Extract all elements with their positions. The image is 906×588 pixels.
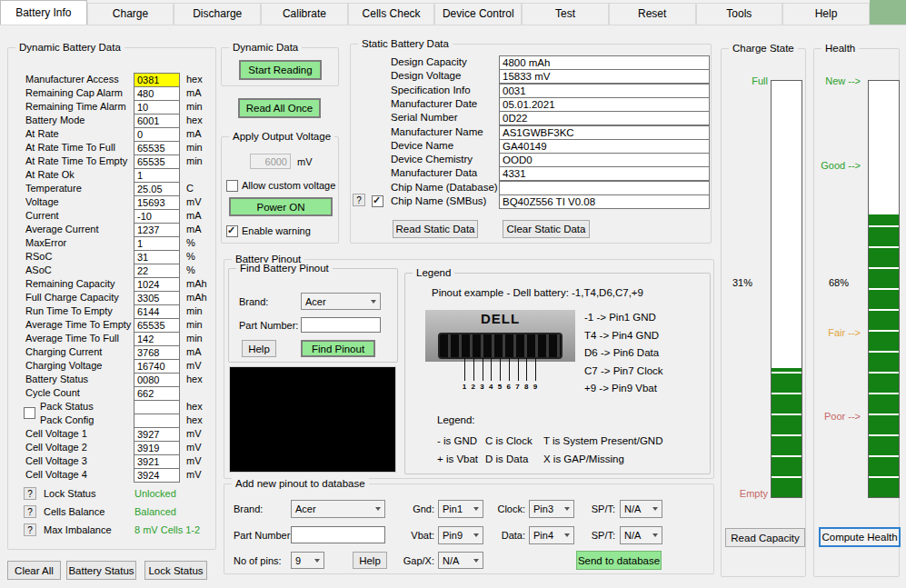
field-value-input[interactable] bbox=[134, 400, 180, 414]
lock-status-button[interactable]: Lock Status bbox=[144, 561, 207, 580]
read-capacity-button[interactable]: Read Capacity bbox=[725, 528, 805, 547]
field-value-input[interactable]: 6001 bbox=[134, 114, 180, 128]
field-value-input[interactable]: 16740 bbox=[134, 359, 180, 374]
field-value-input[interactable]: GA40149 bbox=[499, 139, 710, 154]
status-row: ?Lock StatusUnlocked bbox=[24, 487, 205, 505]
field-value-input[interactable]: 3919 bbox=[134, 441, 180, 455]
compute-health-button[interactable]: Compute Health bbox=[819, 527, 901, 547]
field-value-input[interactable]: 3768 bbox=[134, 345, 180, 360]
tab-test[interactable]: Test bbox=[522, 3, 609, 25]
tab-tools[interactable]: Tools bbox=[696, 3, 783, 25]
clear-static-data-button[interactable]: Clear Static Data bbox=[503, 220, 590, 238]
help-button[interactable]: ? bbox=[24, 487, 36, 500]
output-voltage-input[interactable]: 6000 bbox=[250, 154, 291, 169]
field-value-input[interactable]: 662 bbox=[134, 386, 180, 401]
health-fair-label: Fair --> bbox=[814, 327, 861, 338]
tab-help[interactable]: Help bbox=[782, 3, 870, 25]
send-to-database-button[interactable]: Send to database bbox=[576, 551, 662, 570]
field-value-input[interactable]: 22 bbox=[134, 264, 180, 278]
start-reading-button[interactable]: Start Reading bbox=[239, 60, 322, 80]
field-value-input[interactable] bbox=[499, 181, 710, 195]
chip-name-help-button[interactable]: ? bbox=[353, 194, 365, 206]
field-value-input[interactable]: 3305 bbox=[134, 291, 180, 305]
power-on-button[interactable]: Power ON bbox=[229, 197, 333, 216]
read-all-once-button[interactable]: Read All Once bbox=[238, 98, 321, 118]
field-value-input[interactable]: 3921 bbox=[134, 454, 180, 469]
add-brand-select[interactable]: Acer bbox=[291, 500, 385, 518]
field-value-input[interactable]: 0 bbox=[134, 127, 180, 142]
pin-line bbox=[473, 358, 474, 381]
field-label: Battery Status bbox=[25, 374, 88, 384]
tab-discharge[interactable]: Discharge bbox=[174, 3, 261, 25]
field-value-input[interactable]: 0031 bbox=[499, 84, 710, 98]
field-value-input[interactable]: 65535 bbox=[134, 141, 180, 155]
add-part-number-input[interactable] bbox=[291, 526, 385, 543]
field-label: Remaining Time Alarm bbox=[25, 101, 126, 112]
tab-reset[interactable]: Reset bbox=[609, 3, 696, 25]
help-button[interactable]: ? bbox=[24, 523, 36, 536]
brand-select[interactable]: Acer bbox=[301, 293, 381, 310]
status-label: Lock Status bbox=[44, 488, 95, 499]
field-label: Chip Name (Database) bbox=[391, 181, 498, 194]
chip-name-smbus-checkbox[interactable] bbox=[372, 195, 383, 207]
read-static-data-button[interactable]: Read Static Data bbox=[393, 220, 478, 238]
field-value-input[interactable]: -10 bbox=[134, 209, 180, 224]
field-value-input[interactable]: 6144 bbox=[134, 304, 180, 319]
tab-device-control[interactable]: Device Control bbox=[434, 3, 522, 25]
field-value-input[interactable]: 0381 bbox=[134, 73, 180, 87]
field-value-input[interactable]: 4800 mAh bbox=[499, 55, 710, 70]
battery-status-button[interactable]: Battery Status bbox=[66, 561, 136, 580]
field-value-input[interactable]: 1 bbox=[134, 236, 180, 251]
no-of-pins-select[interactable]: 9 bbox=[291, 552, 324, 569]
dynamic-data-title: Dynamic Data bbox=[229, 42, 302, 53]
field-value-input[interactable]: 31 bbox=[134, 250, 180, 264]
charge-full-label: Full bbox=[722, 75, 768, 86]
spt1-select[interactable]: N/A bbox=[620, 500, 662, 518]
field-value-input[interactable]: 3924 bbox=[134, 468, 180, 483]
field-value-input[interactable]: 15693 bbox=[134, 195, 180, 210]
tab-charge[interactable]: Charge bbox=[87, 3, 174, 25]
allow-custom-voltage-checkbox[interactable] bbox=[226, 180, 238, 192]
field-unit: mV bbox=[186, 455, 202, 466]
field-value-input[interactable]: 3927 bbox=[134, 427, 180, 442]
field-value-input[interactable]: 1 bbox=[134, 168, 180, 183]
gap-select[interactable]: N/A bbox=[438, 552, 483, 569]
field-value-input[interactable]: 10 bbox=[134, 100, 180, 115]
field-label: Device Name bbox=[391, 139, 453, 153]
field-value-input[interactable]: OOD0 bbox=[499, 153, 710, 167]
field-value-input[interactable]: 480 bbox=[134, 86, 180, 101]
dynamic-data-group: Dynamic Data Start Reading bbox=[221, 47, 339, 86]
health-group: Health New --> Good --> Fair --> Poor --… bbox=[813, 48, 900, 577]
field-value-input[interactable] bbox=[134, 414, 180, 428]
field-value-input[interactable]: 142 bbox=[134, 332, 180, 346]
pin-line bbox=[509, 358, 510, 381]
tab-cells-check[interactable]: Cells Check bbox=[348, 3, 435, 25]
field-value-input[interactable]: 0080 bbox=[134, 373, 180, 387]
tab-calibrate[interactable]: Calibrate bbox=[261, 3, 348, 25]
find-help-button[interactable]: Help bbox=[242, 340, 276, 357]
field-value-input[interactable]: 0D22 bbox=[499, 111, 710, 125]
field-unit: C bbox=[186, 183, 194, 194]
help-button[interactable]: ? bbox=[24, 505, 36, 518]
dynamic-row: At Rate Ok1 bbox=[25, 168, 212, 182]
field-value-input[interactable]: 65535 bbox=[134, 318, 180, 333]
field-value-input[interactable]: 1237 bbox=[134, 223, 180, 237]
enable-warning-checkbox[interactable] bbox=[226, 225, 238, 237]
part-number-input[interactable] bbox=[301, 317, 381, 333]
find-pinout-button[interactable]: Find Pinout bbox=[301, 340, 375, 357]
field-value-input[interactable]: 4331 bbox=[499, 166, 710, 181]
field-label: Serial Number bbox=[391, 111, 458, 125]
pin-mapping: T4 -> Pin4 GND bbox=[584, 330, 663, 348]
tab-battery-info[interactable]: Battery Info bbox=[0, 0, 87, 25]
field-value-input[interactable]: BQ40Z556 TI V0.08 bbox=[499, 194, 710, 209]
field-value-input[interactable]: 05.01.2021 bbox=[499, 97, 710, 112]
clear-all-button[interactable]: Clear All bbox=[7, 561, 61, 580]
pack-status-checkbox[interactable] bbox=[24, 407, 35, 419]
spt2-select[interactable]: N/A bbox=[620, 526, 662, 544]
field-value-input[interactable]: 1024 bbox=[134, 277, 180, 292]
clock-label: Clock: bbox=[473, 503, 525, 514]
field-value-input[interactable]: 25.05 bbox=[134, 182, 180, 196]
field-value-input[interactable]: 15833 mV bbox=[499, 69, 710, 84]
field-value-input[interactable]: 65535 bbox=[134, 154, 180, 169]
field-value-input[interactable]: AS1GWBF3KC bbox=[499, 125, 710, 140]
